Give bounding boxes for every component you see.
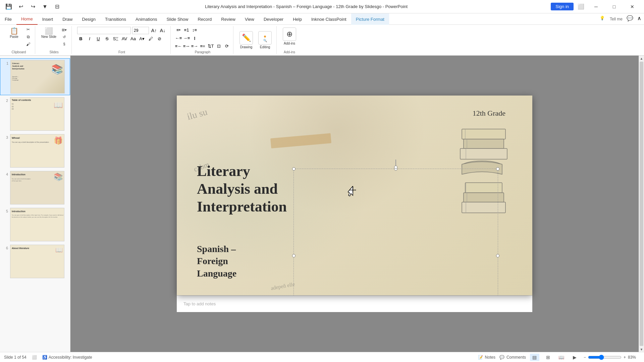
slideshow-button[interactable]: ▶: [570, 354, 580, 361]
ribbon-display-icon[interactable]: ⬜: [576, 2, 586, 11]
zoom-control[interactable]: − + 83%: [584, 355, 640, 360]
align-center-button[interactable]: ≡↔: [183, 42, 190, 50]
slide-panel: 1 LiteraryAnalysis andInterpretation Spa…: [0, 56, 70, 352]
font-size-box[interactable]: 29: [132, 27, 149, 34]
accessibility-button[interactable]: ♿ Accessibility: Investigate: [42, 355, 92, 360]
tab-insert[interactable]: Insert: [38, 13, 58, 25]
zoom-in-icon[interactable]: +: [624, 355, 626, 360]
bullets-button[interactable]: ≡•: [175, 26, 182, 34]
slide-title[interactable]: Literary Analysis and Interpretation: [197, 163, 287, 216]
slide-thumb-1[interactable]: 1 LiteraryAnalysis andInterpretation Spa…: [0, 58, 70, 95]
comments-status-button[interactable]: 💬 Comments: [499, 355, 526, 360]
canvas-area[interactable]: ilu su cabm adepeñ elle fgr y um abmic L…: [70, 56, 639, 352]
tell-me-input[interactable]: Tell me: [607, 13, 625, 24]
status-bar: Slide 1 of 54 ⬜ ♿ Accessibility: Investi…: [0, 352, 644, 362]
save-icon[interactable]: 💾: [4, 2, 13, 11]
numbering-button[interactable]: ≡1: [183, 26, 190, 34]
maximize-button[interactable]: □: [606, 2, 622, 12]
font-color-button[interactable]: A▾: [138, 35, 146, 42]
tab-classpoint[interactable]: Inknoe ClassPoint: [307, 13, 351, 25]
tab-design[interactable]: Design: [77, 13, 100, 25]
align-left-button[interactable]: ≡←: [175, 42, 182, 50]
paste-button[interactable]: 📋 Paste: [5, 26, 23, 40]
tab-developer[interactable]: Developer: [259, 13, 288, 25]
tab-transitions[interactable]: Transitions: [100, 13, 131, 25]
slide-thumb-3[interactable]: 3 Whoa! You can say a brief description …: [0, 133, 70, 169]
undo-icon[interactable]: ↩: [16, 2, 25, 11]
notes-button[interactable]: 📝 Notes: [478, 355, 495, 360]
layout-button[interactable]: ⊞▾: [60, 27, 69, 33]
scroll-thumb[interactable]: [640, 62, 643, 346]
scroll-down-button[interactable]: ▼: [639, 347, 644, 352]
text-shadow-button[interactable]: S⌶: [112, 35, 119, 42]
new-slide-button[interactable]: ⬜ New Slide: [39, 26, 58, 40]
zoom-out-icon[interactable]: −: [584, 355, 586, 360]
add-ins-button[interactable]: ⊕ Add-ins: [281, 26, 298, 47]
cut-button[interactable]: ✂: [24, 26, 32, 33]
tab-draw[interactable]: Draw: [58, 13, 77, 25]
drawing-button[interactable]: ✏️ Drawing: [237, 30, 255, 50]
tab-record[interactable]: Record: [193, 13, 216, 25]
format-painter-button[interactable]: 🖌: [24, 41, 32, 48]
tab-slideshow[interactable]: Slide Show: [162, 13, 193, 25]
smart-art-button[interactable]: ⊡: [215, 42, 222, 50]
clear-format-button[interactable]: ⊘: [156, 35, 163, 42]
italic-button[interactable]: I: [86, 35, 93, 42]
right-scrollbar[interactable]: ▲ ▼: [639, 56, 644, 352]
tab-view[interactable]: View: [240, 13, 259, 25]
tab-help[interactable]: Help: [288, 13, 307, 25]
justify-button[interactable]: ≡=: [199, 42, 206, 50]
strikethrough-button[interactable]: S: [103, 35, 111, 42]
text-direction-button[interactable]: ⇅T: [207, 42, 214, 50]
reading-view-button[interactable]: 📖: [557, 354, 566, 361]
comments-icon[interactable]: 💬: [625, 13, 635, 23]
zoom-level[interactable]: 83%: [628, 355, 640, 360]
slide-sorter-button[interactable]: ⊞: [543, 354, 553, 361]
copy-button[interactable]: ⧉: [24, 34, 32, 40]
redo-icon[interactable]: ↪: [28, 2, 38, 11]
minimize-button[interactable]: ─: [588, 2, 604, 12]
zoom-slider[interactable]: [588, 355, 622, 360]
align-right-button[interactable]: ≡→: [191, 42, 198, 50]
tell-me-icon[interactable]: 💡: [598, 13, 607, 23]
ribbon-content: 📋 Paste ✂ ⧉ 🖌 Clipboard ⬜ New Slide ⊞▾: [0, 25, 644, 55]
change-case-button[interactable]: Aa: [129, 35, 137, 42]
slide-thumb-5[interactable]: 5 Introduction You can give a brief desc…: [0, 206, 70, 243]
highlight-button[interactable]: 🖊: [147, 35, 154, 42]
decrease-font-button[interactable]: A↓: [159, 27, 166, 34]
reset-button[interactable]: ↺: [60, 34, 69, 40]
scroll-up-button[interactable]: ▲: [639, 56, 644, 61]
underline-button[interactable]: U: [95, 35, 102, 42]
sign-in-button[interactable]: Sign in: [551, 3, 574, 10]
collapse-ribbon-icon[interactable]: ∧: [635, 13, 644, 23]
customize-icon[interactable]: ▼: [40, 2, 50, 11]
editing-button[interactable]: ● 🔍 Editing: [256, 30, 274, 50]
increase-indent-button[interactable]: →≡: [183, 34, 190, 42]
bold-button[interactable]: B: [77, 35, 85, 42]
add-ins-icon: ⊕: [283, 27, 296, 41]
convert-smartart-button[interactable]: ⟳: [223, 42, 230, 50]
editing-label-text: Editing: [260, 45, 270, 49]
slide-thumb-2[interactable]: 2 Table of contents 010203 📖: [0, 96, 70, 132]
char-spacing-button[interactable]: AV: [121, 35, 128, 42]
notes-view-btn[interactable]: ⬜: [32, 355, 37, 360]
more-access-icon[interactable]: ⊟: [52, 2, 62, 11]
section-button[interactable]: §: [60, 41, 69, 47]
decrease-indent-button[interactable]: ←≡: [175, 34, 182, 42]
slide-thumb-6[interactable]: 6 About literature 📖: [0, 243, 70, 280]
tab-file[interactable]: File: [0, 13, 16, 25]
tab-picture-format[interactable]: Picture Format: [351, 13, 389, 25]
close-button[interactable]: ✕: [625, 2, 640, 12]
slide-subtitle[interactable]: Spanish – Foreign Language: [197, 243, 236, 280]
line-spacing-button[interactable]: ↕≡: [191, 26, 198, 34]
notes-area[interactable]: Tap to add notes: [177, 295, 532, 312]
increase-font-button[interactable]: A↑: [150, 27, 158, 34]
columns-button[interactable]: ⫿: [191, 34, 198, 42]
slide-canvas[interactable]: ilu su cabm adepeñ elle fgr y um abmic L…: [177, 96, 532, 295]
tab-home[interactable]: Home: [16, 13, 38, 25]
normal-view-button[interactable]: ▤: [530, 354, 539, 361]
tab-animations[interactable]: Animations: [131, 13, 162, 25]
font-name-box[interactable]: [77, 27, 131, 34]
slide-thumb-4[interactable]: 4 Introduction 📚 You can write a brief d…: [0, 170, 70, 206]
tab-review[interactable]: Review: [216, 13, 240, 25]
